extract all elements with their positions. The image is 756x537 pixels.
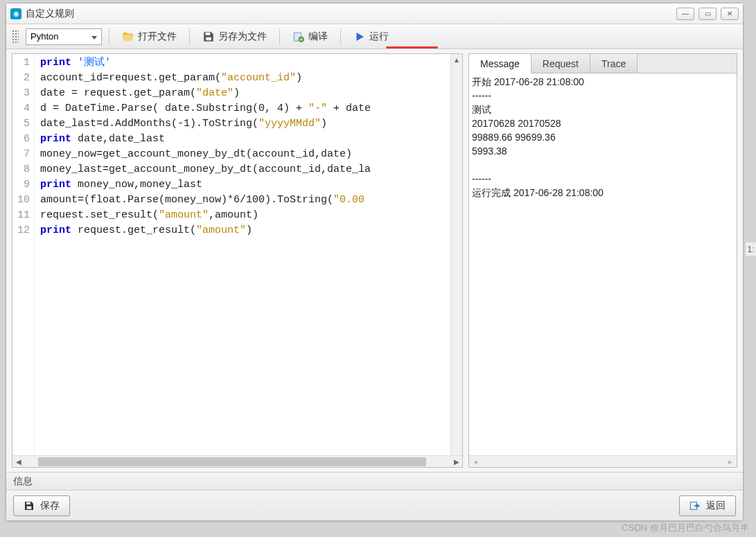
svg-rect-0 [206,33,211,35]
back-arrow-icon [689,500,701,511]
toolbar: Pyhton 打开文件 另存为文件 编译 运行 [6,24,743,49]
content-area: 123456789101112 print '测试'account_id=req… [6,49,743,472]
svg-rect-4 [26,502,30,504]
compile-icon [292,30,305,43]
editor-hscrollbar[interactable]: ◀ ▶ [12,455,462,467]
toolbar-grip[interactable] [12,30,19,44]
maximize-button[interactable]: ▭ [698,8,717,20]
run-button[interactable]: 运行 [348,28,394,45]
play-icon [353,30,366,43]
save-icon [202,30,215,43]
run-highlight [386,46,438,49]
back-label: 返回 [706,500,726,512]
minimize-button[interactable]: — [676,8,694,20]
output-text[interactable]: 开始 2017-06-28 21:08:00 ------ 测试 2017062… [469,73,737,455]
save-label: 保存 [40,500,60,512]
disk-icon [24,500,35,511]
back-button[interactable]: 返回 [679,495,736,516]
tab-request[interactable]: Request [531,54,590,73]
tab-trace[interactable]: Trace [590,54,638,73]
tab-message[interactable]: Message [469,54,531,73]
main-window: ◉ 自定义规则 — ▭ ✕ Pyhton 打开文件 另存为文件 [6,3,744,521]
output-panel: Message Request Trace 开始 2017-06-28 21:0… [468,53,737,468]
open-file-button[interactable]: 打开文件 [116,28,182,45]
save-as-label: 另存为文件 [218,30,267,43]
language-select[interactable]: Pyhton [26,28,102,45]
run-label: 运行 [369,30,389,43]
output-tabs: Message Request Trace [469,54,737,73]
info-label: 信息 [13,475,33,488]
compile-label: 编译 [308,30,328,43]
output-hscrollbar[interactable]: ◄► [469,455,737,467]
app-icon: ◉ [10,8,21,19]
editor-vscrollbar[interactable]: ▲ [450,54,462,455]
code-area[interactable]: print '测试'account_id=request.get_param("… [35,54,462,455]
open-file-label: 打开文件 [138,30,177,43]
code-editor[interactable]: 123456789101112 print '测试'account_id=req… [12,53,463,468]
save-as-button[interactable]: 另存为文件 [197,28,272,45]
svg-rect-1 [206,37,211,40]
window-title: 自定义规则 [26,8,676,20]
side-fragment: 1: [746,243,756,256]
close-button[interactable]: ✕ [721,8,739,20]
hscroll-thumb[interactable] [38,457,426,466]
titlebar[interactable]: ◉ 自定义规则 — ▭ ✕ [6,3,743,24]
language-value: Pyhton [30,31,58,42]
svg-rect-5 [27,506,32,509]
watermark: CSDN @月巴月巴白勺合鸟月半 [622,522,749,534]
compile-button[interactable]: 编译 [287,28,333,45]
line-gutter: 123456789101112 [12,54,35,455]
folder-open-icon [122,30,134,43]
save-button[interactable]: 保存 [13,495,70,516]
footer: 保存 返回 [6,490,743,520]
info-bar: 信息 [6,472,743,490]
